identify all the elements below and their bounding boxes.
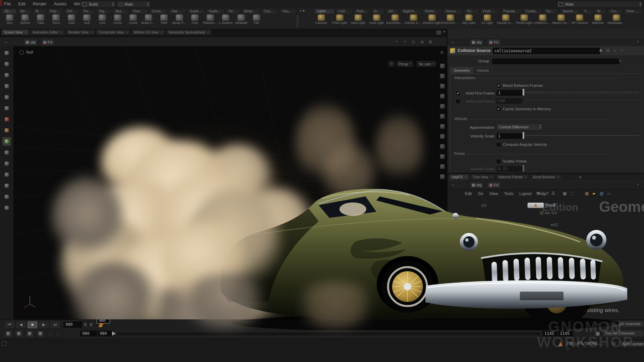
pane-tab[interactable]: /obj/FX×: [449, 174, 469, 180]
toolbar-icon[interactable]: [2, 137, 11, 146]
node-attribdelete1[interactable]: ✕: [453, 300, 470, 306]
cache-checkbox[interactable]: ✔: [496, 107, 501, 112]
key-all-channels-button[interactable]: Key All Channels: [602, 330, 644, 337]
hold-first-checkbox[interactable]: ✔: [455, 91, 461, 96]
toolbar-icon[interactable]: [2, 71, 11, 79]
shelf-tool[interactable]: Path: [156, 14, 172, 24]
step-back-button[interactable]: ◂|: [83, 321, 88, 328]
refresh-icon[interactable]: ↻: [612, 341, 616, 346]
shelf-tool[interactable]: Null: [79, 14, 95, 24]
shelf-grip[interactable]: [297, 15, 299, 27]
toolbar-icon[interactable]: [2, 170, 11, 179]
display-option-icon[interactable]: [440, 144, 445, 149]
global-start-field[interactable]: 980: [80, 330, 97, 337]
tab-geometry[interactable]: Geometry: [450, 67, 474, 74]
update-mode-select[interactable]: Auto Update: [620, 341, 644, 347]
shelf-tab[interactable]: Grains: [371, 9, 385, 13]
dopesheet-icon[interactable]: [594, 321, 600, 327]
shelf-tab[interactable]: Drive Sim...: [624, 9, 643, 13]
sub-step-forward-button[interactable]: [55, 330, 62, 337]
pane-tab[interactable]: Animation Editor×: [30, 29, 65, 35]
desktop-combo[interactable]: Build ▲▼: [80, 1, 116, 8]
persp-view-button[interactable]: Persp ▾: [396, 61, 413, 67]
range-slider-groove[interactable]: [117, 332, 541, 336]
close-tab-icon[interactable]: ×: [24, 31, 26, 34]
pane-tab[interactable]: Motion FX View×: [131, 29, 165, 35]
cook-gear-icon[interactable]: ✱: [599, 48, 602, 53]
shelf-tool[interactable]: Environment Light: [441, 14, 460, 24]
shelf-tab[interactable]: Charact...: [130, 9, 148, 13]
playhead-marker[interactable]: [99, 323, 103, 327]
step-forward-button[interactable]: |▸: [89, 321, 94, 328]
close-tab-icon[interactable]: ×: [60, 31, 62, 34]
toolbar-icon[interactable]: [2, 60, 11, 68]
shelf-tool[interactable]: GI Light: [478, 14, 496, 24]
shelf-tool[interactable]: Sky Light: [460, 14, 478, 24]
shelf-tab[interactable]: Oceans: [464, 9, 479, 13]
shelf-tool[interactable]: Curve: [125, 14, 141, 24]
shelf-tab[interactable]: Muscles: [112, 9, 129, 13]
shelf-tool[interactable]: Gamepad Camera: [607, 14, 626, 24]
close-tab-icon[interactable]: ×: [465, 175, 467, 179]
desktop-switch-combo[interactable]: Main ▲▼: [557, 1, 643, 8]
shelf-tab[interactable]: Viscous Fl...: [443, 9, 464, 13]
path-root-chip[interactable]: obj: [23, 39, 38, 46]
path-dropdown-icon[interactable]: ▾: [637, 183, 639, 186]
search-icon[interactable]: ⌕: [614, 48, 616, 53]
pane-tab[interactable]: Composite View×: [96, 29, 131, 35]
shelf-tool[interactable]: Caustic Light: [496, 14, 515, 24]
shelf-tab[interactable]: Sparse Pyr...: [559, 9, 581, 13]
shelf-tool[interactable]: Line: [95, 14, 110, 24]
range-end-field[interactable]: 1145: [542, 330, 558, 337]
shelf-tab[interactable]: Volume...: [279, 9, 297, 13]
shelf-tab[interactable]: Texture: [80, 9, 96, 13]
network-box-icon[interactable]: ▧: [600, 191, 603, 196]
network-menu-item[interactable]: Go: [478, 191, 483, 196]
forward-arrow-icon[interactable]: →: [459, 39, 463, 44]
shelf-tab[interactable]: Fluid Con...: [480, 9, 500, 13]
hold-first-field[interactable]: 1: [496, 89, 523, 96]
velocity-scale-slider[interactable]: [525, 135, 639, 136]
toolbar-icon[interactable]: [2, 82, 11, 90]
panel-icon[interactable]: ▤: [429, 40, 432, 44]
shelf-tab[interactable]: Guide B...: [206, 9, 225, 13]
group-dropdown-icon[interactable]: ▾: [619, 59, 621, 62]
shelf-tab[interactable]: Wires: [594, 9, 607, 13]
keys-count-button[interactable]: 0 keys, 0/0 channels: [602, 320, 644, 327]
path-dropdown-icon[interactable]: ▾: [396, 40, 397, 43]
magnifier-icon[interactable]: [19, 50, 24, 55]
palette-icon[interactable]: ▩: [585, 191, 589, 196]
houdini-help-icon[interactable]: Ꮋ: [606, 48, 609, 53]
shelf-tool[interactable]: Geometry Light: [386, 14, 404, 24]
audio-icon[interactable]: [15, 330, 23, 338]
undo-hook-icon[interactable]: [25, 330, 34, 338]
back-arrow-icon[interactable]: ←: [451, 182, 455, 187]
camera-select-button[interactable]: No cam ▾: [417, 61, 436, 67]
shelf-tab[interactable]: Create: [2, 9, 17, 13]
tab-volume[interactable]: Volume: [473, 67, 493, 74]
grid-view-icon[interactable]: ▦: [563, 191, 567, 196]
shelf-tab[interactable]: Collisions: [335, 9, 353, 13]
shelf-tab[interactable]: Guide P...: [187, 9, 205, 13]
display-option-icon[interactable]: [440, 104, 445, 109]
shelf-tool[interactable]: Torus: [48, 14, 64, 24]
shelf-tool[interactable]: Distant Light: [423, 14, 441, 24]
shelf-tab[interactable]: Polygon: [47, 9, 63, 13]
hold-last-checkbox[interactable]: [455, 99, 461, 104]
shelf-tab[interactable]: Crowds: [607, 9, 623, 13]
folder-icon[interactable]: ▭: [607, 191, 611, 196]
play-reverse-button[interactable]: ◀: [15, 321, 26, 329]
approximation-spinner-icon[interactable]: ▲▼: [538, 124, 543, 130]
layout-icon[interactable]: ⬚: [570, 191, 574, 196]
path-node-chip[interactable]: FX: [487, 39, 501, 46]
node-blast5[interactable]: [527, 202, 544, 208]
clock-options-icon[interactable]: [36, 330, 45, 338]
density-slider-handle[interactable]: [523, 165, 524, 172]
close-tab-icon[interactable]: ×: [207, 31, 209, 34]
channel-graph-icon[interactable]: [594, 330, 600, 337]
hold-last-field[interactable]: 240: [496, 98, 523, 104]
shelf-tab[interactable]: FEM: [582, 9, 593, 13]
pane-split-icon[interactable]: [436, 30, 441, 35]
combo-spinner-icon[interactable]: ▲▼: [639, 2, 642, 7]
stop-button[interactable]: ■: [27, 321, 38, 329]
